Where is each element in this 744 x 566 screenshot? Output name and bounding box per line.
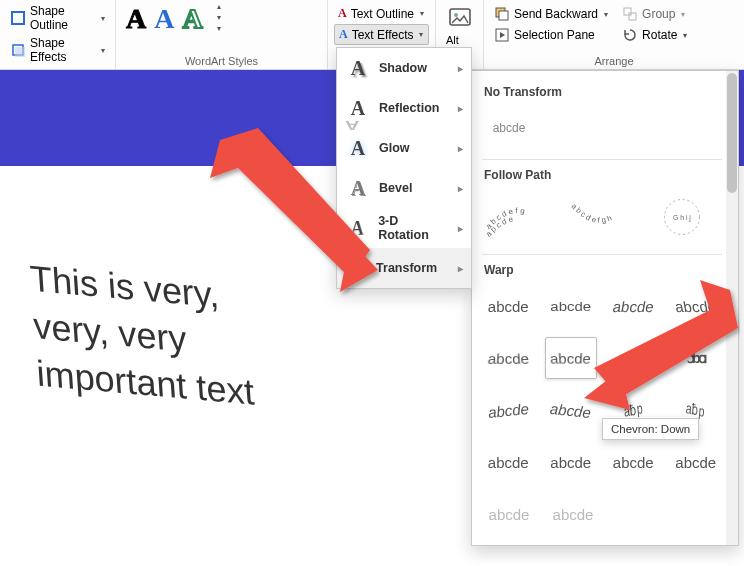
- menu-item-bevel[interactable]: A Bevel ▸: [337, 168, 471, 208]
- selection-pane-label: Selection Pane: [514, 28, 595, 42]
- transform-option[interactable]: abcde: [607, 285, 660, 327]
- chevron-down-icon: ▾: [101, 46, 105, 55]
- rotate-icon: [622, 27, 638, 43]
- transform-option[interactable]: a b c d e f ga p c d e: [482, 190, 554, 244]
- menu-label: Reflection: [379, 101, 439, 115]
- svg-text:G h i j: G h i j: [673, 214, 691, 222]
- chevron-right-icon: ▸: [458, 223, 463, 234]
- svg-rect-0: [12, 12, 24, 24]
- rotation-3d-icon: A: [344, 213, 367, 243]
- gallery-more-icon[interactable]: ▾: [217, 24, 221, 33]
- follow-path-preview-icon: G h i j: [647, 190, 717, 244]
- shape-effects-icon: [10, 42, 26, 58]
- chevron-right-icon: ▸: [458, 183, 463, 194]
- text-effects-label: Text Effects: [352, 28, 414, 42]
- text-outline-label: Text Outline: [351, 7, 414, 21]
- menu-label: 3-D Rotation: [378, 214, 450, 242]
- wordart-group-label: WordArt Styles: [116, 55, 327, 67]
- wordart-style-gallery[interactable]: A A A ▴ ▾ ▾: [122, 2, 321, 33]
- transform-gallery: No Transform abcde Follow Path a b c d e…: [471, 70, 739, 546]
- transform-option[interactable]: abcde: [545, 389, 598, 431]
- shape-outline-button[interactable]: Shape Outline ▾: [6, 2, 109, 34]
- alt-text-icon: [448, 6, 472, 30]
- chevron-down-icon: ▾: [683, 31, 687, 40]
- gallery-header-no-transform: No Transform: [484, 85, 722, 99]
- svg-rect-2: [15, 47, 25, 57]
- menu-item-transform[interactable]: abc Transform ▸: [337, 248, 471, 288]
- transform-option[interactable]: abcde: [482, 107, 536, 149]
- group-button[interactable]: Group ▾: [618, 4, 691, 24]
- svg-text:a b c d e f g h: a b c d e f g h: [569, 202, 613, 225]
- text-outline-icon: A: [338, 6, 347, 21]
- wordart-sample-blue[interactable]: A: [154, 5, 174, 33]
- transform-option[interactable]: abcde: [482, 285, 535, 327]
- transform-option[interactable]: abcde: [670, 441, 723, 483]
- menu-label: Glow: [379, 141, 410, 155]
- text-effects-icon: A: [339, 27, 348, 42]
- text-effects-menu: A Shadow ▸ AA Reflection ▸ A Glow ▸ A Be…: [336, 47, 472, 289]
- transform-option[interactable]: abcde: [545, 441, 598, 483]
- transform-icon: abc: [345, 259, 368, 277]
- menu-label: Transform: [376, 261, 437, 275]
- menu-item-3d-rotation[interactable]: A 3-D Rotation ▸: [337, 208, 471, 248]
- transform-option[interactable]: ɑbɔ: [607, 337, 660, 379]
- menu-label: Shadow: [379, 61, 427, 75]
- transform-option[interactable]: abcde: [607, 441, 660, 483]
- chevron-right-icon: ▸: [458, 263, 463, 274]
- rotate-label: Rotate: [642, 28, 677, 42]
- transform-option[interactable]: abcde: [482, 493, 536, 535]
- selection-pane-icon: [494, 27, 510, 43]
- gallery-down-icon[interactable]: ▾: [217, 13, 221, 22]
- gallery-up-icon[interactable]: ▴: [217, 2, 221, 11]
- svg-rect-8: [624, 8, 631, 15]
- send-backward-icon: [494, 6, 510, 22]
- selection-pane-button[interactable]: Selection Pane: [490, 25, 612, 45]
- chevron-right-icon: ▸: [458, 143, 463, 154]
- wordart-sample-black[interactable]: A: [126, 5, 146, 33]
- text-outline-button[interactable]: A Text Outline ▾: [334, 4, 429, 23]
- chevron-down-icon: ▾: [419, 30, 423, 39]
- svg-point-4: [454, 13, 458, 17]
- shape-effects-button[interactable]: Shape Effects ▾: [6, 34, 109, 66]
- chevron-down-icon: ▾: [604, 10, 608, 19]
- scrollbar-track[interactable]: [726, 71, 738, 545]
- menu-item-shadow[interactable]: A Shadow ▸: [337, 48, 471, 88]
- transform-option[interactable]: a b c d e f g h: [564, 190, 636, 244]
- text-effects-button[interactable]: A Text Effects ▾: [334, 24, 429, 45]
- gallery-header-follow-path: Follow Path: [484, 168, 722, 182]
- menu-item-reflection[interactable]: AA Reflection ▸: [337, 88, 471, 128]
- transform-option[interactable]: abcde: [482, 441, 535, 483]
- shape-outline-icon: [10, 10, 26, 26]
- shape-effects-label: Shape Effects: [30, 36, 95, 64]
- menu-label: Bevel: [379, 181, 412, 195]
- transform-option[interactable]: abcde: [546, 493, 600, 535]
- glow-icon: A: [345, 135, 371, 161]
- menu-item-glow[interactable]: A Glow ▸: [337, 128, 471, 168]
- svg-rect-9: [629, 13, 636, 20]
- transform-option[interactable]: ɔbɑ: [670, 337, 723, 379]
- send-backward-button[interactable]: Send Backward ▾: [490, 4, 612, 24]
- transform-option[interactable]: G h i j: [646, 190, 718, 244]
- chevron-down-icon: ▾: [420, 9, 424, 18]
- follow-path-preview-icon: a b c d e f ga p c d e: [483, 190, 553, 244]
- reflection-icon: AA: [345, 95, 371, 121]
- chevron-down-icon: ▾: [101, 14, 105, 23]
- tooltip-chevron-down: Chevron: Down: [602, 418, 699, 440]
- rotate-button[interactable]: Rotate ▾: [618, 25, 691, 45]
- send-backward-label: Send Backward: [514, 7, 598, 21]
- wordart-sample-green[interactable]: A: [182, 5, 202, 33]
- shadow-icon: A: [345, 55, 371, 81]
- transform-option[interactable]: abcde: [482, 389, 535, 431]
- svg-rect-6: [499, 11, 508, 20]
- gallery-header-warp: Warp: [484, 263, 722, 277]
- chevron-right-icon: ▸: [458, 103, 463, 114]
- transform-option[interactable]: abcde: [545, 285, 598, 327]
- transform-option-selected[interactable]: abcde: [545, 337, 598, 379]
- group-icon: [622, 6, 638, 22]
- scrollbar-thumb[interactable]: [727, 73, 737, 193]
- shape-outline-label: Shape Outline: [30, 4, 95, 32]
- chevron-right-icon: ▸: [458, 63, 463, 74]
- follow-path-preview-icon: a b c d e f g h: [565, 190, 635, 244]
- transform-option[interactable]: abcde: [670, 285, 723, 327]
- transform-option[interactable]: abcde: [482, 337, 535, 379]
